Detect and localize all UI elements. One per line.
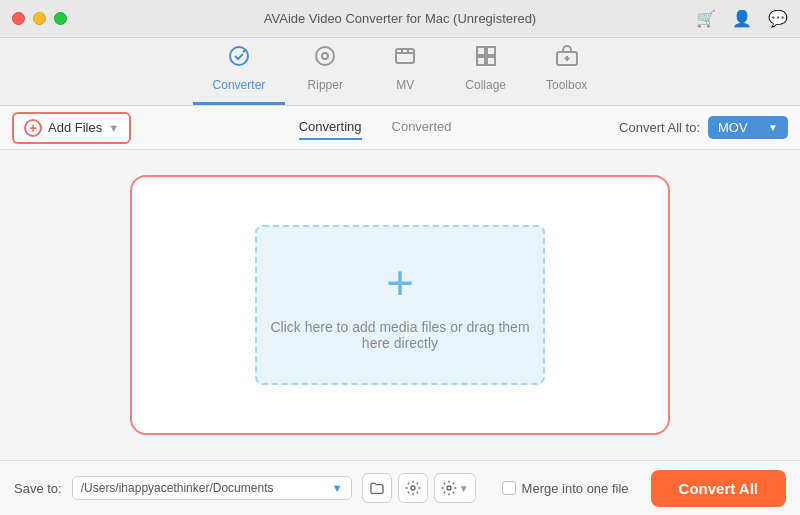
nav-item-converter[interactable]: Converter [193, 36, 286, 105]
cart-icon[interactable]: 🛒 [696, 9, 716, 28]
traffic-lights [12, 12, 67, 25]
add-files-button[interactable]: + Add Files ▼ [12, 112, 131, 144]
converter-label: Converter [213, 78, 266, 92]
convert-all-to-label: Convert All to: [619, 120, 700, 135]
svg-point-11 [411, 486, 415, 490]
settings-button[interactable] [398, 473, 428, 503]
nav-item-mv[interactable]: MV [365, 36, 445, 105]
toolbar-tabs: Converting Converted [131, 115, 619, 140]
format-dropdown-arrow: ▼ [768, 122, 778, 133]
merge-checkbox[interactable] [502, 481, 516, 495]
selected-format: MOV [718, 120, 748, 135]
nav-item-toolbox[interactable]: Toolbox [526, 36, 607, 105]
person-icon[interactable]: 👤 [732, 9, 752, 28]
merge-checkbox-area: Merge into one file [502, 481, 629, 496]
toolbox-label: Toolbox [546, 78, 587, 92]
maximize-button[interactable] [54, 12, 67, 25]
main-content: + Click here to add media files or drag … [0, 150, 800, 460]
footer: Save to: /Users/ihappyacethinker/Documen… [0, 460, 800, 515]
toolbar: + Add Files ▼ Converting Converted Conve… [0, 106, 800, 150]
svg-point-12 [447, 486, 451, 490]
ripper-icon [313, 44, 337, 74]
drop-zone-inner[interactable]: + Click here to add media files or drag … [255, 225, 545, 385]
drop-zone-plus-icon: + [386, 259, 414, 307]
svg-rect-5 [487, 47, 495, 55]
format-dropdown[interactable]: MOV ▼ [708, 116, 788, 139]
app-title: AVAide Video Converter for Mac (Unregist… [264, 11, 536, 26]
convert-all-button[interactable]: Convert All [651, 470, 786, 507]
converter-icon [227, 44, 251, 74]
svg-point-0 [230, 47, 248, 65]
drop-zone-outer[interactable]: + Click here to add media files or drag … [130, 175, 670, 435]
svg-point-1 [316, 47, 334, 65]
save-path-input[interactable]: /Users/ihappyacethinker/Documents ▼ [72, 476, 352, 500]
save-to-label: Save to: [14, 481, 62, 496]
titlebar-actions: 🛒 👤 💬 [696, 9, 788, 28]
svg-rect-6 [477, 57, 485, 65]
add-files-dropdown-arrow[interactable]: ▼ [108, 122, 119, 134]
extra-settings-arrow: ▼ [459, 483, 469, 494]
toolbox-icon [555, 44, 579, 74]
svg-rect-3 [396, 49, 414, 63]
convert-all-area: Convert All to: MOV ▼ [619, 116, 788, 139]
svg-rect-7 [487, 57, 495, 65]
folder-browse-button[interactable] [362, 473, 392, 503]
minimize-button[interactable] [33, 12, 46, 25]
tab-converting[interactable]: Converting [299, 115, 362, 140]
drop-zone-text: Click here to add media files or drag th… [257, 319, 543, 351]
add-files-label: Add Files [48, 120, 102, 135]
save-path-text: /Users/ihappyacethinker/Documents [81, 481, 326, 495]
svg-point-2 [322, 53, 328, 59]
save-path-dropdown-arrow[interactable]: ▼ [332, 482, 343, 494]
footer-icons: ▼ [362, 473, 476, 503]
navbar: Converter Ripper MV [0, 38, 800, 106]
collage-label: Collage [465, 78, 506, 92]
nav-item-collage[interactable]: Collage [445, 36, 526, 105]
mv-icon [393, 44, 417, 74]
tab-converted[interactable]: Converted [392, 115, 452, 140]
svg-rect-4 [477, 47, 485, 55]
merge-label: Merge into one file [522, 481, 629, 496]
titlebar: AVAide Video Converter for Mac (Unregist… [0, 0, 800, 38]
add-plus-icon: + [24, 119, 42, 137]
ripper-label: Ripper [308, 78, 343, 92]
chat-icon[interactable]: 💬 [768, 9, 788, 28]
mv-label: MV [396, 78, 414, 92]
close-button[interactable] [12, 12, 25, 25]
extra-settings-button[interactable]: ▼ [434, 473, 476, 503]
collage-icon [474, 44, 498, 74]
nav-item-ripper[interactable]: Ripper [285, 36, 365, 105]
